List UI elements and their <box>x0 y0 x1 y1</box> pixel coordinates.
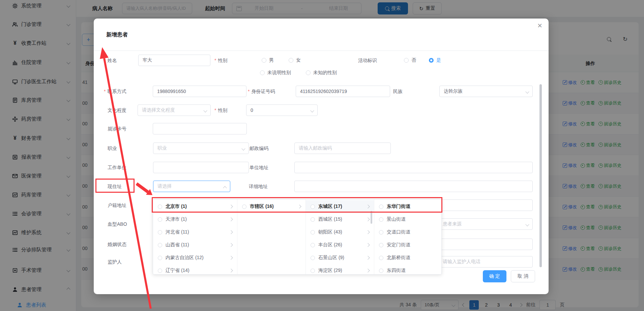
cascader-option[interactable]: 丰台区 (26) <box>306 239 374 251</box>
marital-status-label: 婚姻状态 <box>108 239 126 250</box>
cascader-option-label: 西城区 (15) <box>318 216 367 222</box>
active-flag-radio-no[interactable]: 否 <box>404 55 416 66</box>
cascader-option[interactable]: 市辖区 (16) <box>237 200 305 213</box>
radio-icon[interactable] <box>311 243 315 247</box>
guardian-phone-input[interactable]: 请输入监护人电话 <box>438 256 533 268</box>
confirm-button[interactable]: 确 定 <box>483 270 506 282</box>
cascader-option-label: 北新桥街道 <box>387 255 437 261</box>
cascader-option[interactable]: 西城区 (15) <box>306 213 374 226</box>
cascader-option[interactable]: 交道口街道 <box>374 226 441 239</box>
dialog-scrollbar[interactable] <box>539 84 542 267</box>
gender-radio-female[interactable]: 女 <box>289 55 301 66</box>
chevron-down-icon <box>525 222 529 226</box>
postal-code-input[interactable]: 请输入邮政编码 <box>294 143 391 154</box>
cascader-option[interactable]: 天津市 (1) <box>153 213 237 226</box>
cascader-option-label: 北京市 (1) <box>166 204 230 210</box>
cascader-option-label: 河北省 (11) <box>166 229 230 235</box>
chevron-right-icon <box>366 205 370 208</box>
cascader-option[interactable]: 朝阳区 (43) <box>306 226 374 239</box>
radio-icon[interactable] <box>311 256 315 260</box>
gender-label: 性别 <box>214 55 227 66</box>
radio-icon[interactable] <box>311 217 315 222</box>
radio-icon <box>306 70 311 75</box>
gender-radio-unspecified[interactable]: 未说明性别 <box>260 67 291 79</box>
radio-icon[interactable] <box>158 217 162 222</box>
cascader-option[interactable]: 东城区 (17) <box>306 200 374 213</box>
chevron-down-icon <box>203 108 207 112</box>
gender-radio-male[interactable]: 男 <box>262 55 274 66</box>
cascader-scrollbar[interactable] <box>371 211 372 224</box>
cascader-option-label: 市辖区 (16) <box>250 204 298 210</box>
radio-icon[interactable] <box>158 243 162 247</box>
guardian-label: 监护人 <box>108 256 122 268</box>
detail-address-input[interactable] <box>294 181 533 192</box>
phone-input[interactable]: 19880991650 <box>153 86 246 97</box>
registered-address-right-input[interactable] <box>438 199 533 211</box>
cascader-option[interactable]: 辽宁省 (14) <box>153 264 237 275</box>
patient-source-select[interactable]: 患者来源 <box>438 218 533 230</box>
cascader-column: 北京市 (1)天津市 (1)河北省 (11)山西省 (11)内蒙古自治区 (12… <box>153 199 237 275</box>
radio-icon[interactable] <box>311 230 315 235</box>
cascader-option-label: 山西省 (11) <box>166 242 230 248</box>
radio-icon[interactable] <box>311 205 315 209</box>
cascader-option[interactable]: 北京市 (1) <box>153 200 237 213</box>
ethnicity-select[interactable]: 达斡尔族 <box>439 86 533 97</box>
radio-icon <box>262 58 266 63</box>
chevron-right-icon <box>366 256 370 259</box>
radio-icon[interactable] <box>158 269 162 273</box>
cascader-option-label: 东城区 (17) <box>318 204 367 210</box>
blood-type-label: 血型ABO <box>108 218 127 230</box>
current-address-label: 现住址 <box>108 181 122 192</box>
marital-status-right-input[interactable] <box>438 239 533 250</box>
cascader-option[interactable]: 河北省 (11) <box>153 226 237 239</box>
work-unit-input[interactable] <box>153 162 249 173</box>
education-select[interactable]: 请选择文化程度 <box>138 104 211 116</box>
cascader-option[interactable]: 东四街道 <box>374 264 441 275</box>
dialog-title: 新增患者 <box>106 31 128 38</box>
cancel-button[interactable]: 取 消 <box>511 270 535 282</box>
close-icon[interactable]: × <box>535 21 545 31</box>
radio-icon[interactable] <box>379 205 383 209</box>
name-input[interactable]: 牢大 <box>138 55 210 66</box>
radio-icon[interactable] <box>379 256 383 260</box>
radio-icon[interactable] <box>379 217 383 222</box>
phone-label: 联系方式 <box>104 86 126 97</box>
cascader-option[interactable]: 海淀区 (29) <box>306 264 374 275</box>
radio-icon[interactable] <box>379 243 383 247</box>
radio-icon[interactable] <box>158 256 162 260</box>
cascader-option[interactable]: 东华门街道 <box>374 200 441 213</box>
visit-card-input[interactable] <box>153 123 247 134</box>
current-address-cascader[interactable]: 请选择 <box>153 181 230 192</box>
gender-radio-unknown[interactable]: 未知的性别 <box>306 67 337 79</box>
cascader-option[interactable]: 山西省 (11) <box>153 239 237 251</box>
cascader-option[interactable]: 安定门街道 <box>374 239 441 251</box>
detail-address-label: 详细地址 <box>249 181 268 192</box>
radio-icon[interactable] <box>379 269 383 273</box>
radio-icon[interactable] <box>242 205 246 209</box>
radio-checked-icon <box>429 58 434 63</box>
chevron-down-icon <box>241 147 245 150</box>
chevron-right-icon <box>229 217 233 221</box>
chevron-right-icon <box>229 256 233 259</box>
unit-address-input[interactable] <box>294 162 533 173</box>
chevron-right-icon <box>229 230 233 234</box>
radio-icon[interactable] <box>158 205 162 209</box>
radio-icon[interactable] <box>158 230 162 235</box>
chevron-down-icon <box>310 108 314 112</box>
cascader-option[interactable]: 石景山区 (9) <box>306 251 374 264</box>
cascader-option-label: 交道口街道 <box>387 229 437 235</box>
education-label: 文化程度 <box>108 104 126 116</box>
active-flag-radio-yes[interactable]: 是 <box>429 55 441 66</box>
cascader-column: 东华门街道景山街道交道口街道安定门街道北新桥街道东四街道 <box>374 199 441 275</box>
gender-code-label: 性别 <box>214 104 227 116</box>
radio-icon <box>260 70 265 75</box>
cascader-option[interactable]: 内蒙古自治区 (12) <box>153 251 237 264</box>
radio-icon[interactable] <box>311 269 315 273</box>
ethnicity-label: 民族 <box>393 86 403 97</box>
id-card-input[interactable]: 411625192602039719 <box>296 86 390 97</box>
cascader-option[interactable]: 景山街道 <box>374 213 441 226</box>
radio-icon[interactable] <box>379 230 383 235</box>
occupation-select[interactable]: 职业 <box>153 143 249 154</box>
cascader-option[interactable]: 北新桥街道 <box>374 251 441 264</box>
gender-code-select[interactable]: 0 <box>246 104 318 116</box>
